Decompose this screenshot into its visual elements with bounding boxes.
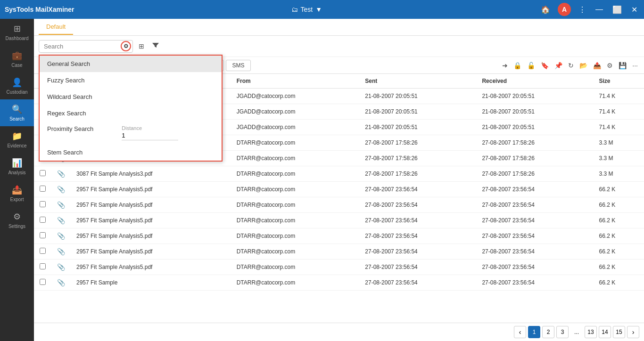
- maximize-button[interactable]: ⬜: [611, 3, 624, 16]
- search-option-wildcard[interactable]: Wildcard Search: [40, 89, 222, 105]
- search-option-fuzzy[interactable]: Fuzzy Search: [40, 72, 222, 89]
- sidebar-item-custodian[interactable]: 👤 Custodian: [0, 73, 34, 99]
- row-checkbox[interactable]: [40, 217, 46, 223]
- row-received: 27-08-2007 23:56:54: [476, 197, 593, 213]
- row-sent: 21-08-2007 20:05:51: [359, 89, 476, 104]
- sidebar-item-dashboard[interactable]: ⊞ Dashboard: [0, 19, 34, 46]
- view-toggle-button[interactable]: ⊞: [137, 41, 146, 52]
- search-dropdown: General Search Fuzzy Search Wildcard Sea…: [39, 55, 223, 162]
- attachment-icon: 📎: [57, 217, 65, 224]
- row-sent: 27-08-2007 17:58:26: [359, 151, 476, 166]
- col-header-received: Received: [476, 74, 593, 89]
- home-button[interactable]: 🏠: [539, 3, 552, 16]
- lock-action[interactable]: 🔒: [512, 60, 523, 71]
- attachment-icon: 📎: [57, 232, 65, 240]
- search-gear-button[interactable]: ⚙: [121, 41, 131, 51]
- search-option-regex[interactable]: Regex Search: [40, 105, 222, 122]
- page-15[interactable]: 15: [613, 326, 625, 338]
- export-action[interactable]: 📤: [592, 60, 603, 71]
- tab-default[interactable]: Default: [39, 19, 73, 35]
- row-size: 66.2 K: [593, 260, 644, 275]
- forward-action[interactable]: ➜: [501, 60, 509, 71]
- settings-icon: ⚙: [13, 211, 21, 222]
- row-from: DTARR@catocorp.com: [231, 151, 360, 166]
- gear-action[interactable]: ⚙: [605, 60, 614, 71]
- row-attach-cell: 📎: [51, 166, 71, 182]
- search-option-stem[interactable]: Stem Search: [40, 144, 222, 161]
- unlock-action[interactable]: 🔓: [526, 60, 537, 71]
- col-header-size: Size: [593, 74, 644, 89]
- row-attach-cell: 📎: [51, 182, 71, 197]
- row-checkbox-cell: [34, 197, 51, 213]
- row-checkbox-cell: [34, 166, 51, 182]
- page-3[interactable]: 3: [556, 326, 569, 338]
- row-received: 27-08-2007 23:56:54: [476, 260, 593, 275]
- attachment-icon: 📎: [57, 170, 65, 178]
- row-checkbox[interactable]: [40, 232, 46, 238]
- refresh-action[interactable]: ↻: [567, 60, 575, 71]
- analysis-icon: 📊: [12, 158, 22, 168]
- row-checkbox[interactable]: [40, 263, 46, 269]
- row-checkbox[interactable]: [40, 186, 46, 192]
- row-filename: 2957 Fit Sample Analysis5.pdf: [71, 197, 231, 213]
- close-button[interactable]: ✕: [629, 3, 639, 16]
- avatar[interactable]: A: [558, 3, 571, 16]
- sidebar-label-settings: Settings: [8, 224, 25, 229]
- search-option-proximity[interactable]: Proximity Search: [47, 125, 93, 132]
- page-2[interactable]: 2: [542, 326, 554, 338]
- row-checkbox[interactable]: [40, 201, 46, 207]
- more-action[interactable]: ···: [631, 60, 639, 71]
- row-checkbox-cell: [34, 244, 51, 260]
- row-from: DTARR@catocorp.com: [231, 244, 360, 260]
- case-icon: 💼: [12, 50, 22, 61]
- row-size: 66.2 K: [593, 182, 644, 197]
- row-attach-cell: 📎: [51, 228, 71, 244]
- attachment-icon: 📎: [57, 201, 65, 209]
- sidebar-label-dashboard: Dashboard: [6, 36, 29, 41]
- sidebar-label-custodian: Custodian: [6, 89, 27, 95]
- sidebar-item-export[interactable]: 📤 Export: [0, 180, 34, 207]
- search-input[interactable]: [39, 40, 133, 53]
- row-received: 27-08-2007 23:56:54: [476, 275, 593, 291]
- page-1[interactable]: 1: [528, 326, 540, 338]
- row-received: 21-08-2007 20:05:51: [476, 104, 593, 120]
- menu-button[interactable]: ⋮: [577, 3, 588, 16]
- row-from: DTARR@catocorp.com: [231, 182, 360, 197]
- row-size: 66.2 K: [593, 197, 644, 213]
- distance-input[interactable]: [122, 131, 178, 140]
- bookmark-action[interactable]: 🔖: [539, 60, 550, 71]
- page-next[interactable]: ›: [627, 326, 639, 338]
- minimize-button[interactable]: —: [594, 3, 605, 16]
- case-selector[interactable]: 🗂 Test ▼: [291, 6, 322, 13]
- row-sent: 21-08-2007 20:05:51: [359, 120, 476, 135]
- title-bar-center: 🗂 Test ▼: [79, 6, 534, 13]
- row-from: DTARR@catocorp.com: [231, 166, 360, 182]
- sidebar-item-settings[interactable]: ⚙ Settings: [0, 207, 34, 234]
- row-size: 71.4 K: [593, 104, 644, 120]
- col-header-sent: Sent: [359, 74, 476, 89]
- sidebar-item-case[interactable]: 💼 Case: [0, 46, 34, 73]
- row-checkbox[interactable]: [40, 248, 46, 254]
- row-checkbox-cell: [34, 260, 51, 275]
- row-checkbox[interactable]: [40, 170, 46, 176]
- row-checkbox[interactable]: [40, 279, 46, 285]
- row-attach-cell: 📎: [51, 197, 71, 213]
- folder-action[interactable]: 📂: [578, 60, 589, 71]
- tab-bar: Default: [34, 19, 644, 36]
- unbookmark-action[interactable]: 📌: [553, 60, 564, 71]
- search-option-general[interactable]: General Search: [40, 56, 222, 72]
- page-13[interactable]: 13: [585, 326, 597, 338]
- filter-button[interactable]: [150, 40, 161, 53]
- page-14[interactable]: 14: [599, 326, 611, 338]
- save-action[interactable]: 💾: [617, 60, 628, 71]
- filter-tab-sms[interactable]: SMS: [226, 60, 250, 71]
- row-size: 3.3 M: [593, 166, 644, 182]
- sidebar-item-analysis[interactable]: 📊 Analysis: [0, 153, 34, 180]
- row-from: JGADD@catocorp.com: [231, 104, 360, 120]
- page-prev[interactable]: ‹: [514, 326, 526, 338]
- row-size: 3.3 M: [593, 151, 644, 166]
- sidebar-item-evidence[interactable]: 📁 Evidence: [0, 126, 34, 153]
- table-row: 📎 2957 Fit Sample Analysis5.pdf DTARR@ca…: [34, 182, 644, 197]
- sidebar-item-search[interactable]: 🔍 Search: [0, 99, 34, 126]
- title-bar-actions: 🏠 A ⋮ — ⬜ ✕: [539, 3, 639, 16]
